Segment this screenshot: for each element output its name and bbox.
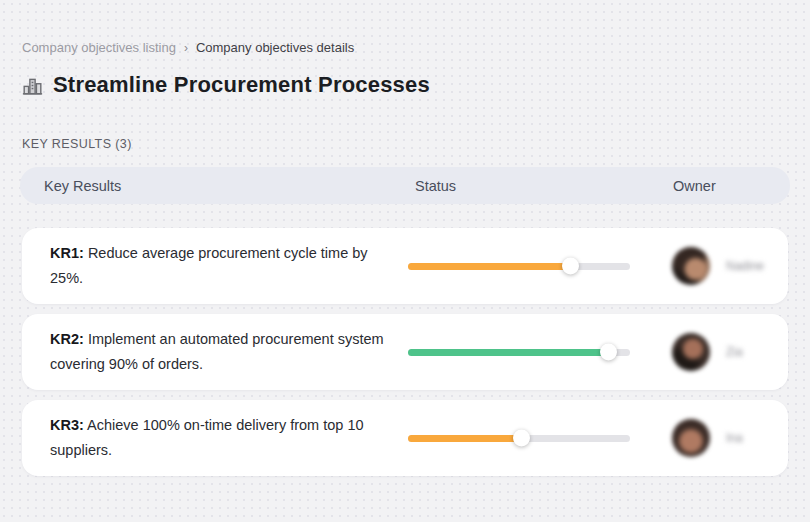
owner-name: Ina (726, 431, 743, 445)
key-results-section-label: KEY RESULTS (3) (20, 137, 790, 151)
key-result-description: Reduce average procurement cycle time by… (50, 245, 368, 286)
key-result-text: KR3: Achieve 100% on-time delivery from … (50, 413, 400, 463)
key-result-row-kr1[interactable]: KR1: Reduce average procurement cycle ti… (22, 228, 788, 304)
key-result-text: KR2: Implement an automated procurement … (50, 327, 400, 377)
column-header-key-results: Key Results (44, 178, 415, 194)
table-header: Key Results Status Owner (20, 167, 790, 204)
owner-name: Nadine (726, 259, 764, 273)
owner-cell: Zia (672, 333, 788, 371)
slider-knob[interactable] (562, 258, 579, 275)
breadcrumb: Company objectives listing › Company obj… (20, 40, 790, 55)
key-result-description: Implement an automated procurement syste… (50, 331, 384, 372)
progress-slider[interactable] (408, 349, 630, 356)
key-result-row-kr3[interactable]: KR3: Achieve 100% on-time delivery from … (22, 400, 788, 476)
column-header-owner: Owner (673, 178, 790, 194)
progress-slider[interactable] (408, 263, 630, 270)
buildings-icon (22, 75, 43, 96)
progress-fill (408, 349, 608, 356)
key-result-text: KR1: Reduce average procurement cycle ti… (50, 241, 400, 291)
owner-avatar (672, 247, 710, 285)
progress-slider[interactable] (408, 435, 630, 442)
progress-fill (408, 263, 570, 270)
breadcrumb-current-objectives-details: Company objectives details (196, 40, 354, 55)
page-title: Streamline Procurement Processes (53, 72, 430, 98)
owner-avatar (672, 333, 710, 371)
breadcrumb-link-objectives-listing[interactable]: Company objectives listing (22, 40, 176, 55)
key-result-description: Achieve 100% on-time delivery from top 1… (50, 417, 364, 458)
objective-details-page: Company objectives listing › Company obj… (0, 0, 810, 476)
owner-cell: Ina (672, 419, 788, 457)
key-result-row-kr2[interactable]: KR2: Implement an automated procurement … (22, 314, 788, 390)
slider-knob[interactable] (600, 344, 617, 361)
column-header-status: Status (415, 178, 673, 194)
key-result-label: KR2: (50, 331, 84, 347)
owner-cell: Nadine (672, 247, 788, 285)
owner-name: Zia (726, 345, 743, 359)
key-result-label: KR1: (50, 245, 84, 261)
slider-knob[interactable] (513, 430, 530, 447)
progress-fill (408, 435, 521, 442)
owner-avatar (672, 419, 710, 457)
key-results-list: KR1: Reduce average procurement cycle ti… (20, 228, 790, 476)
key-result-label: KR3: (50, 417, 84, 433)
chevron-right-icon: › (184, 41, 188, 55)
title-row: Streamline Procurement Processes (20, 72, 790, 98)
